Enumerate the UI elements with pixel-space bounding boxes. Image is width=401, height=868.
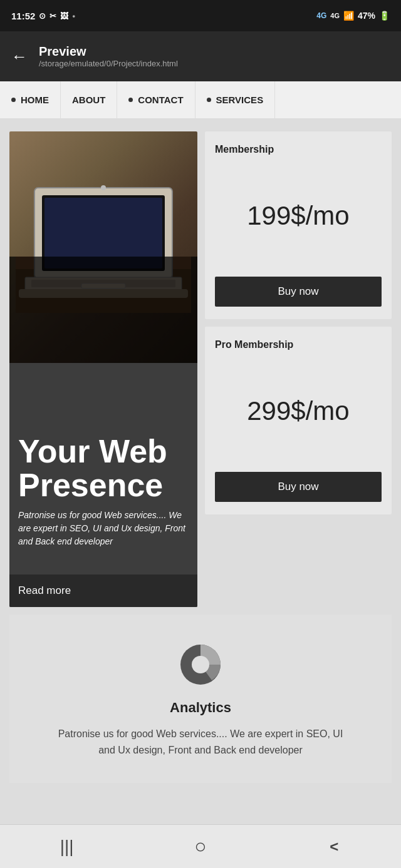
pricing-column: Membership 199$/mo Buy now Pro Membershi…: [205, 131, 392, 607]
nav-back-button[interactable]: <: [315, 828, 353, 865]
status-time: 11:52 ⊙ ✂ 🖼 •: [11, 11, 75, 21]
read-more-button[interactable]: Read more: [9, 574, 197, 607]
analytics-title: Analytics: [170, 700, 231, 716]
svg-point-11: [192, 656, 209, 673]
membership-title: Membership: [215, 144, 274, 155]
bottom-nav: ||| ○ <: [0, 824, 401, 868]
hero-row: Your Web Presence Patronise us for good …: [9, 131, 392, 607]
main-content: Your Web Presence Patronise us for good …: [0, 119, 401, 839]
analytics-section: Analytics Patronise us for good Web serv…: [9, 615, 392, 783]
app-bar-text: Preview /storage/emulated/0/Project/inde…: [39, 44, 178, 68]
app-bar-subtitle: /storage/emulated/0/Project/index.html: [39, 59, 178, 68]
pro-membership-price: 299$/mo: [247, 396, 349, 426]
app-bar-title: Preview: [39, 44, 178, 59]
bottom-spacer: [9, 783, 392, 827]
pro-membership-card: Pro Membership 299$/mo Buy now: [205, 327, 392, 514]
nav-dot-contact: [128, 98, 133, 102]
analytics-icon: [175, 640, 226, 690]
hero-subtext: Patronise us for good Web services.... W…: [18, 509, 189, 548]
membership-buy-button[interactable]: Buy now: [215, 277, 382, 307]
hero-btn-area: Read more: [9, 574, 197, 607]
back-button[interactable]: ←: [11, 47, 28, 66]
status-bar: 11:52 ⊙ ✂ 🖼 • 4G 4G 📶 47% 🔋: [0, 0, 401, 31]
analytics-description: Patronise us for good Web services.... W…: [50, 726, 351, 758]
svg-point-9: [101, 185, 106, 190]
membership-price: 199$/mo: [247, 201, 349, 231]
hero-headline: Your Web Presence: [18, 434, 189, 503]
nav-bar: HOME ABOUT CONTACT SERVICES: [0, 81, 401, 119]
nav-dot: [11, 98, 16, 102]
nav-home-button[interactable]: ○: [182, 828, 219, 865]
nav-item-about[interactable]: ABOUT: [61, 81, 117, 118]
nav-item-contact[interactable]: CONTACT: [117, 81, 195, 118]
nav-dot-services: [207, 98, 211, 102]
status-indicators: 4G 4G 📶 47% 🔋: [316, 11, 390, 21]
nav-item-home[interactable]: HOME: [0, 81, 61, 118]
hero-text-area: Your Web Presence Patronise us for good …: [9, 426, 197, 557]
nav-item-services[interactable]: SERVICES: [195, 81, 276, 118]
membership-card: Membership 199$/mo Buy now: [205, 131, 392, 319]
nav-menu-button[interactable]: |||: [48, 828, 86, 865]
hero-card: Your Web Presence Patronise us for good …: [9, 131, 197, 607]
app-bar: ← Preview /storage/emulated/0/Project/in…: [0, 31, 401, 81]
pro-membership-title: Pro Membership: [215, 339, 293, 350]
pro-membership-buy-button[interactable]: Buy now: [215, 472, 382, 502]
